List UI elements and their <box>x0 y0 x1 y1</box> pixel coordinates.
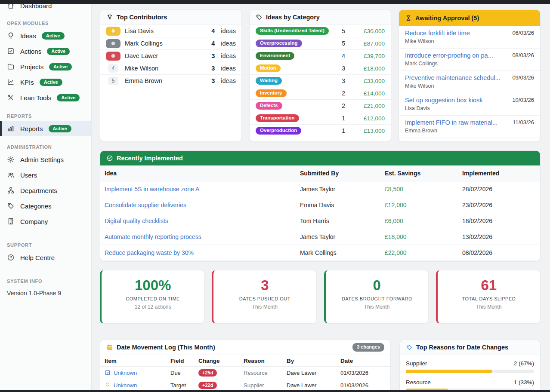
sidebar-item-lean-tools[interactable]: Lean Tools Active <box>0 90 91 105</box>
reason-row: Supplier 2 (67%) <box>406 360 534 373</box>
category-row: Transportation 1 £12,000 <box>250 112 391 125</box>
active-badge: Active <box>49 125 71 132</box>
progress-track <box>406 370 534 373</box>
reason-value: Supplier <box>244 382 287 389</box>
stat-dates-brought-forward: 0 DATES BROUGHT FORWARD This Month <box>324 270 429 324</box>
sidebar-item-label: Categories <box>20 202 52 210</box>
active-badge: Active <box>49 63 72 70</box>
sidebar-item-help-centre[interactable]: Help Centre <box>0 250 91 265</box>
date-value: 01/03/2026 <box>340 382 386 389</box>
section-label-administration: ADMINISTRATION <box>0 144 91 150</box>
sidebar-item-projects[interactable]: Projects Active <box>0 59 91 74</box>
contributor-name: Lisa Davis <box>125 28 207 34</box>
rank-number: 5 <box>108 77 118 85</box>
col-implemented: Implemented <box>462 170 536 177</box>
ideas-by-category-header: Ideas by Category <box>250 10 391 25</box>
idea-count: 3 <box>211 52 215 59</box>
contributor-name: Mark Collings <box>125 40 207 47</box>
item-link[interactable]: Unknown <box>114 370 137 376</box>
active-badge: Active <box>40 79 62 86</box>
sidebar-item-admin-settings[interactable]: Admin Settings <box>0 152 91 167</box>
col-date: Date <box>340 358 386 364</box>
implemented-date: 18/02/2026 <box>462 217 536 224</box>
rank-number: 4 <box>108 64 118 73</box>
sidebar-item-ideas[interactable]: Ideas Active <box>0 28 91 43</box>
sidebar-item-label: Users <box>20 172 37 179</box>
top-reasons-card: Top Reasons for Date Changes Supplier 2 … <box>399 340 541 392</box>
idea-unit: ideas <box>221 40 236 47</box>
category-row: Waiting 3 £33,000 <box>250 75 391 87</box>
sidebar-item-users[interactable]: Users <box>0 168 91 182</box>
bar-chart-icon <box>7 125 15 132</box>
changes-count-badge: 3 changes <box>352 343 384 351</box>
approval-author: Mike Wilson <box>405 83 501 89</box>
table-header: Item Field Change Reason By Date <box>100 355 390 367</box>
idea-count: 3 <box>211 77 215 84</box>
col-item: Item <box>105 358 170 364</box>
implemented-date: 23/02/2026 <box>462 202 536 208</box>
reason-value: Resource <box>244 370 287 376</box>
by-value: Dave Lawer <box>287 370 340 376</box>
table-row: Implement 5S in warehouse zone A James T… <box>100 181 540 197</box>
approval-author: Lisa Davis <box>405 105 483 111</box>
date-movement-log-header: Date Movement Log (This Month) 3 changes <box>100 340 390 355</box>
top-reasons-header: Top Reasons for Date Changes <box>400 340 540 355</box>
col-field: Field <box>170 358 198 364</box>
approval-link[interactable]: Implement FIFO in raw material... <box>405 119 497 126</box>
calendar-icon <box>106 344 113 351</box>
users-icon <box>7 171 15 179</box>
sidebar-item-label: Departments <box>20 187 57 194</box>
card-title: Awaiting Approval (5) <box>415 15 479 21</box>
category-row: Skills (Underutilized Talent) 5 £30,000 <box>250 25 391 37</box>
category-pill: Motion <box>256 64 281 73</box>
idea-link[interactable]: Reduce packaging waste by 30% <box>105 249 300 256</box>
implemented-date: 13/02/2026 <box>462 233 536 240</box>
reason-value: 1 (33%) <box>514 379 534 386</box>
folder-icon <box>7 63 15 70</box>
idea-link[interactable]: Automate monthly reporting process <box>105 233 300 240</box>
col-est-savings: Est. Savings <box>385 170 462 177</box>
idea-count: 4 <box>211 40 215 47</box>
sidebar-item-label: Admin Settings <box>20 156 64 163</box>
idea-count: 4 <box>211 28 215 34</box>
sidebar-item-categories[interactable]: Categories <box>0 199 91 213</box>
reason-label: Resource <box>406 379 431 386</box>
date-movement-log-card: Date Movement Log (This Month) 3 changes… <box>100 340 391 392</box>
category-pill: Skills (Underutilized Talent) <box>256 27 329 35</box>
sidebar-item-reports[interactable]: Reports Active <box>0 121 91 136</box>
gold-medal-icon <box>106 27 121 36</box>
sidebar-item-departments[interactable]: Departments <box>0 183 91 198</box>
top-contributors-header: Top Contributors <box>100 10 241 25</box>
category-row: Environment 4 £39,700 <box>250 50 391 62</box>
active-badge: Active <box>47 48 70 55</box>
category-pill: Environment <box>256 52 294 60</box>
table-row: Reduce packaging waste by 30% Mark Colli… <box>100 245 540 261</box>
approval-link[interactable]: Preventive maintenance schedul... <box>405 74 501 81</box>
approval-link[interactable]: Introduce error-proofing on pa... <box>405 52 493 59</box>
table-row: Consolidate supplier deliveries Emma Dav… <box>100 197 540 213</box>
submitted-by: Mark Collings <box>300 249 385 256</box>
item-link[interactable]: Unknown <box>114 382 137 389</box>
approval-link[interactable]: Reduce forklift idle time <box>405 30 470 37</box>
top-contributors-card: Top Contributors Lisa Davis 4 ideas Mark… <box>100 9 242 142</box>
idea-link[interactable]: Consolidate supplier deliveries <box>105 202 300 208</box>
est-savings: £18,000 <box>385 233 462 240</box>
category-pill: Overproduction <box>256 127 301 135</box>
table-row: Digital quality checklists Tom Harris £6… <box>100 213 540 229</box>
approval-link[interactable]: Set up suggestion box kiosk <box>405 97 483 104</box>
check-circle-icon <box>106 155 113 162</box>
idea-link[interactable]: Implement 5S in warehouse zone A <box>105 186 300 193</box>
reason-label: Supplier <box>406 360 427 367</box>
tag-icon <box>7 202 15 210</box>
sidebar-item-company[interactable]: Company <box>0 214 91 229</box>
sidebar-item-kpis[interactable]: KPIs Active <box>0 75 91 89</box>
sidebar-item-actions[interactable]: Actions Active <box>0 44 91 58</box>
est-savings: £6,000 <box>385 217 462 224</box>
stat-completed-on-time: 100% COMPLETED ON TIME 12 of 12 actions <box>100 270 204 324</box>
idea-link[interactable]: Digital quality checklists <box>105 217 300 224</box>
col-reason: Reason <box>244 358 287 364</box>
approval-date: 06/03/26 <box>512 30 534 44</box>
approval-author: Mark Collings <box>405 61 493 67</box>
date-value: 01/03/2026 <box>340 370 386 376</box>
active-badge: Active <box>42 32 65 40</box>
